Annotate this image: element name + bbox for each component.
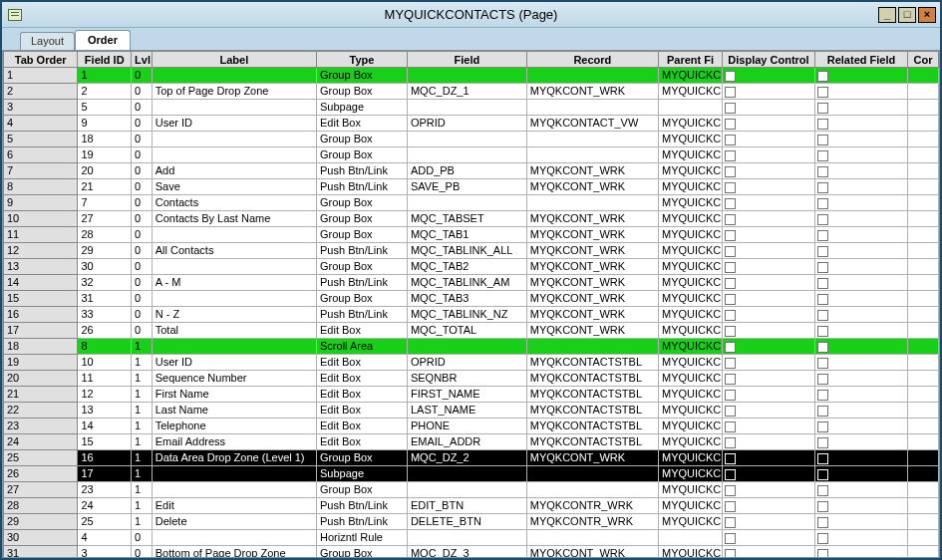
cell-record[interactable]: MYQKCONTACTSTBL: [526, 371, 658, 387]
cell-field[interactable]: MQC_TABLINK_ALL: [407, 243, 526, 259]
cell-type[interactable]: Push Btn/Link: [317, 163, 408, 179]
cell-field[interactable]: EMAIL_ADDR: [407, 434, 526, 450]
cell-cor[interactable]: [907, 323, 938, 339]
cell-type[interactable]: Group Box: [317, 195, 408, 211]
cell-record[interactable]: MYQKCONT_WRK: [526, 243, 658, 259]
cell-tab[interactable]: 15: [4, 291, 78, 307]
cell-cor[interactable]: [907, 307, 938, 323]
cell-type[interactable]: Group Box: [317, 68, 408, 84]
cell-type[interactable]: Edit Box: [317, 419, 408, 434]
cell-lvl[interactable]: 1: [132, 434, 153, 450]
cell-cor[interactable]: [907, 482, 938, 498]
cell-tab[interactable]: 12: [4, 243, 78, 259]
cell-lvl[interactable]: 1: [132, 482, 153, 498]
cell-label[interactable]: [152, 259, 316, 275]
cell-field[interactable]: MQC_TABLINK_NZ: [407, 307, 526, 323]
cell-parent[interactable]: MYQUICKC: [658, 355, 722, 371]
cell-field[interactable]: [407, 147, 526, 163]
checkbox-icon[interactable]: [817, 342, 828, 353]
cell-tab[interactable]: 9: [4, 195, 78, 211]
cell-parent[interactable]: MYQUICKC: [658, 116, 722, 132]
cell-lvl[interactable]: 0: [132, 243, 153, 259]
cell-type[interactable]: Group Box: [317, 259, 408, 275]
cell-lvl[interactable]: 1: [132, 514, 153, 530]
cell-record[interactable]: [526, 68, 658, 84]
cell-record[interactable]: MYQKCONTACTSTBL: [526, 387, 658, 403]
cell-lvl[interactable]: 0: [132, 195, 153, 211]
cell-parent[interactable]: MYQUICKC: [658, 227, 722, 243]
cell-parent[interactable]: [658, 100, 722, 116]
col-label[interactable]: Label: [152, 52, 316, 68]
checkbox-icon[interactable]: [817, 358, 828, 369]
cell-fid[interactable]: 12: [78, 387, 132, 403]
cell-cor[interactable]: [907, 84, 938, 100]
cell-cor[interactable]: [907, 546, 938, 559]
cell-field[interactable]: MQC_TOTAL: [407, 323, 526, 339]
cell-cor[interactable]: [907, 259, 938, 275]
cell-cor[interactable]: [907, 116, 938, 132]
cell-lvl[interactable]: 0: [132, 147, 153, 163]
cell-related-field[interactable]: [814, 68, 907, 84]
checkbox-icon[interactable]: [817, 198, 828, 209]
checkbox-icon[interactable]: [817, 390, 828, 401]
checkbox-icon[interactable]: [725, 501, 736, 512]
col-parent[interactable]: Parent Fi: [658, 52, 722, 68]
cell-cor[interactable]: [907, 450, 938, 466]
cell-lvl[interactable]: 0: [132, 100, 153, 116]
cell-fid[interactable]: 33: [78, 307, 132, 323]
cell-record[interactable]: MYQKCONT_WRK: [526, 163, 658, 179]
table-row[interactable]: 12290All ContactsPush Btn/LinkMQC_TABLIN…: [4, 243, 939, 259]
cell-record[interactable]: [526, 132, 658, 147]
cell-fid[interactable]: 23: [78, 482, 132, 498]
cell-parent[interactable]: MYQUICKC: [658, 243, 722, 259]
cell-lvl[interactable]: 1: [132, 371, 153, 387]
cell-fid[interactable]: 32: [78, 275, 132, 291]
cell-parent[interactable]: MYQUICKC: [658, 546, 722, 559]
checkbox-icon[interactable]: [817, 549, 828, 558]
cell-fid[interactable]: 14: [78, 419, 132, 434]
table-row[interactable]: 3130Bottom of Page Drop ZoneGroup BoxMQC…: [4, 546, 939, 559]
table-row[interactable]: 17260TotalEdit BoxMQC_TOTALMYQKCONT_WRKM…: [4, 323, 939, 339]
cell-field[interactable]: SEQNBR: [407, 371, 526, 387]
cell-tab[interactable]: 29: [4, 514, 78, 530]
cell-type[interactable]: Horizntl Rule: [317, 530, 408, 546]
cell-cor[interactable]: [907, 434, 938, 450]
cell-lvl[interactable]: 1: [132, 387, 153, 403]
cell-display-control[interactable]: [723, 514, 815, 530]
cell-display-control[interactable]: [723, 116, 815, 132]
cell-label[interactable]: Contacts: [152, 195, 316, 211]
cell-label[interactable]: [152, 147, 316, 163]
cell-field[interactable]: MQC_DZ_1: [407, 84, 526, 100]
cell-parent[interactable]: MYQUICKC: [658, 68, 722, 84]
cell-field[interactable]: OPRID: [407, 116, 526, 132]
table-row[interactable]: 5180Group BoxMYQUICKC: [4, 132, 939, 147]
cell-record[interactable]: MYQKCONT_WRK: [526, 84, 658, 100]
cell-field[interactable]: MQC_DZ_2: [407, 450, 526, 466]
cell-record[interactable]: MYQKCONTACTSTBL: [526, 355, 658, 371]
cell-lvl[interactable]: 0: [132, 307, 153, 323]
cell-record[interactable]: MYQKCONTACTSTBL: [526, 434, 658, 450]
cell-display-control[interactable]: [723, 546, 815, 559]
cell-tab[interactable]: 31: [4, 546, 78, 559]
cell-label[interactable]: Sequence Number: [152, 371, 316, 387]
cell-type[interactable]: Edit Box: [317, 323, 408, 339]
cell-display-control[interactable]: [723, 195, 815, 211]
checkbox-icon[interactable]: [725, 246, 736, 257]
cell-cor[interactable]: [907, 530, 938, 546]
cell-cor[interactable]: [907, 387, 938, 403]
cell-tab[interactable]: 17: [4, 323, 78, 339]
cell-type[interactable]: Push Btn/Link: [317, 514, 408, 530]
table-row[interactable]: 29251DeletePush Btn/LinkDELETE_BTNMYQKCO…: [4, 514, 939, 530]
cell-fid[interactable]: 5: [78, 100, 132, 116]
cell-related-field[interactable]: [814, 546, 907, 559]
checkbox-icon[interactable]: [817, 453, 828, 464]
cell-cor[interactable]: [907, 403, 938, 419]
cell-display-control[interactable]: [723, 466, 815, 482]
cell-tab[interactable]: 25: [4, 450, 78, 466]
cell-related-field[interactable]: [814, 147, 907, 163]
cell-related-field[interactable]: [814, 179, 907, 195]
cell-field[interactable]: [407, 339, 526, 355]
cell-fid[interactable]: 9: [78, 116, 132, 132]
cell-fid[interactable]: 13: [78, 403, 132, 419]
cell-type[interactable]: Group Box: [317, 84, 408, 100]
